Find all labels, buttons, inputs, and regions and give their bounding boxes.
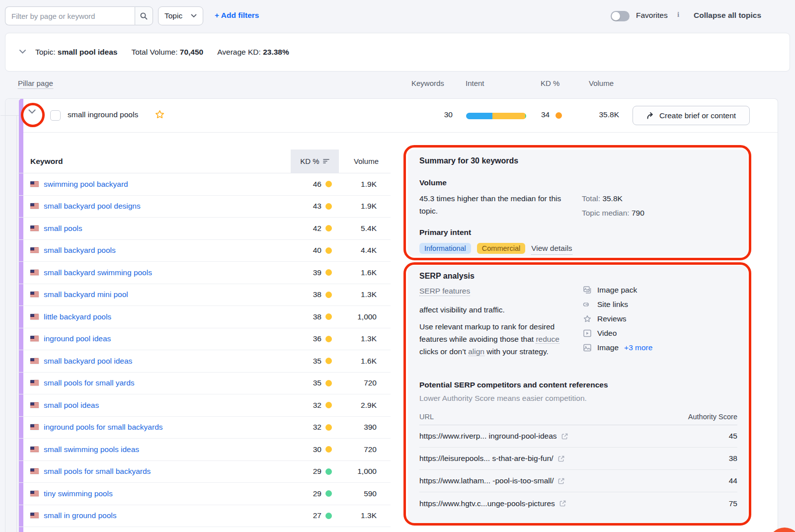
keyword-link[interactable]: little backyard pools: [44, 312, 111, 321]
us-flag-icon: [30, 402, 39, 408]
kd-status-dot: [325, 446, 332, 453]
kd-value: 43: [313, 202, 321, 211]
serp-feature-label: Image pack: [597, 286, 637, 295]
topic-filter-dropdown[interactable]: Topic: [158, 6, 203, 25]
intent-segment-transactional: [525, 113, 526, 119]
url-column-header: URL: [419, 413, 434, 421]
keyword-row: small pool ideas 32 2.9K: [18, 394, 391, 417]
summary-title: Summary for 30 keywords: [419, 156, 518, 165]
kd-value: 35: [313, 357, 321, 366]
more-features-link[interactable]: +3 more: [624, 343, 652, 352]
filter-input[interactable]: [5, 6, 135, 25]
keyword-link[interactable]: small backyard swimming pools: [44, 268, 152, 277]
keyword-row: little backyard pools 38 1,000: [18, 306, 391, 328]
keyword-row: small pools for small yards 35 720: [18, 373, 391, 395]
average-kd: Average KD: 23.38%: [217, 48, 289, 57]
reduce-link[interactable]: reduce: [536, 335, 559, 344]
info-icon[interactable]: i: [677, 10, 679, 19]
keyword-row: small pools for small backyards 29 1,000: [18, 461, 391, 483]
keyword-link[interactable]: small pools: [44, 224, 82, 233]
site-links-icon: [583, 300, 592, 309]
kd-column-header[interactable]: KD %: [291, 150, 339, 173]
us-flag-icon: [30, 447, 39, 453]
topic-header-card: Topic: small pool ideas Total Volume: 70…: [5, 33, 790, 72]
kd-value: 38: [313, 312, 321, 321]
external-link-icon[interactable]: [561, 433, 568, 440]
kd-status-dot: [325, 313, 332, 320]
keyword-link[interactable]: small backyard pool designs: [44, 202, 141, 211]
serp-feature-item: Reviews: [583, 314, 627, 323]
keyword-link[interactable]: small backyard pool ideas: [44, 357, 132, 366]
kd-value: 46: [313, 180, 321, 189]
keyword-link[interactable]: small pools for small yards: [44, 379, 135, 387]
summary-median: Topic median: 790: [582, 207, 644, 219]
volume-value: 1.3K: [339, 511, 391, 520]
column-header-pillar-page[interactable]: Pillar page: [18, 79, 53, 89]
keyword-link[interactable]: small in ground pools: [44, 511, 116, 520]
external-link-icon[interactable]: [557, 455, 565, 462]
total-volume-label: Total Volume:: [131, 48, 177, 56]
create-brief-button[interactable]: Create brief or content: [633, 106, 750, 125]
external-link-icon[interactable]: [557, 477, 565, 485]
volume-value: 2.9K: [339, 401, 391, 410]
pillar-content-card: small inground pools 30 34 35.8K: [5, 98, 778, 532]
align-link[interactable]: align: [468, 347, 484, 356]
pillar-kd-value: 34: [541, 110, 550, 119]
add-filters-button[interactable]: + Add filters: [215, 11, 259, 20]
pillar-checkbox[interactable]: [50, 110, 61, 121]
kd-status-dot: [325, 225, 332, 231]
kd-status-dot: [325, 358, 332, 364]
keyword-link[interactable]: swimming pool backyard: [44, 180, 128, 189]
us-flag-icon: [30, 336, 39, 342]
authority-score-value: 38: [708, 454, 737, 463]
kd-value: 30: [313, 445, 321, 454]
topic-chevron-down-icon[interactable]: [19, 49, 26, 54]
serp-title: SERP analysis: [419, 272, 475, 281]
favorites-toggle[interactable]: [611, 11, 630, 21]
total-volume: Total Volume: 70,450: [131, 48, 203, 57]
us-flag-icon: [30, 358, 39, 364]
competitor-row: https://www.latham... -pool-is-too-small…: [419, 470, 737, 492]
volume-value: 390: [339, 423, 391, 432]
topic-dropdown-label: Topic: [164, 11, 182, 20]
us-flag-icon: [30, 513, 39, 519]
kd-status-dot: [325, 402, 332, 408]
keyword-link[interactable]: small pools for small backyards: [44, 467, 151, 476]
collapse-all-topics-button[interactable]: Collapse all topics: [694, 11, 761, 20]
volume-column-header: Volume: [339, 150, 391, 173]
keyword-link[interactable]: inground pools for small backyards: [44, 423, 163, 432]
us-flag-icon: [30, 424, 39, 430]
keyword-link[interactable]: tiny swimming pools: [44, 489, 113, 498]
image-pack-icon: [583, 286, 592, 295]
keyword-row: small backyard pools 40 4.4K: [18, 240, 391, 262]
keyword-row: small in ground pools 27 1.3K: [18, 505, 391, 528]
volume-value: 720: [339, 379, 391, 387]
us-flag-icon: [30, 181, 39, 187]
topic-label: Topic:: [35, 48, 56, 56]
total-label: Total:: [582, 194, 600, 203]
keyword-column-header: Keyword: [30, 150, 291, 173]
favorite-star-icon[interactable]: [155, 109, 165, 120]
keyword-row: swimming pool backyard 46 1.9K: [18, 173, 391, 196]
kd-status-dot: [325, 490, 332, 497]
keyword-row: small pools 42 5.4K: [18, 218, 391, 240]
pillar-chevron-down-icon[interactable]: [28, 109, 36, 114]
keyword-link[interactable]: small swimming pools ideas: [44, 445, 139, 454]
serp-features-link[interactable]: SERP features: [419, 287, 470, 296]
kd-status-dot: [325, 468, 332, 475]
keyword-link[interactable]: small backyard pools: [44, 246, 116, 255]
search-button[interactable]: [135, 6, 153, 25]
chevron-down-icon: [191, 14, 197, 18]
kd-value: 39: [313, 268, 321, 277]
competitor-row: https://leisurepools... s-that-are-big-f…: [419, 448, 737, 470]
view-details-link[interactable]: View details: [531, 242, 572, 255]
competitor-url: https://www.latham... -pool-is-too-small…: [419, 476, 554, 485]
keyword-link[interactable]: small backyard mini pool: [44, 290, 128, 299]
kd-status-dot: [325, 203, 332, 210]
keyword-link[interactable]: small pool ideas: [44, 401, 99, 410]
serp-feature-label: Reviews: [597, 314, 627, 323]
keyword-link[interactable]: inground pool ideas: [44, 334, 111, 343]
external-link-icon[interactable]: [559, 500, 566, 507]
kd-value: 42: [313, 224, 321, 233]
pillar-keywords-count: 30: [418, 110, 453, 119]
